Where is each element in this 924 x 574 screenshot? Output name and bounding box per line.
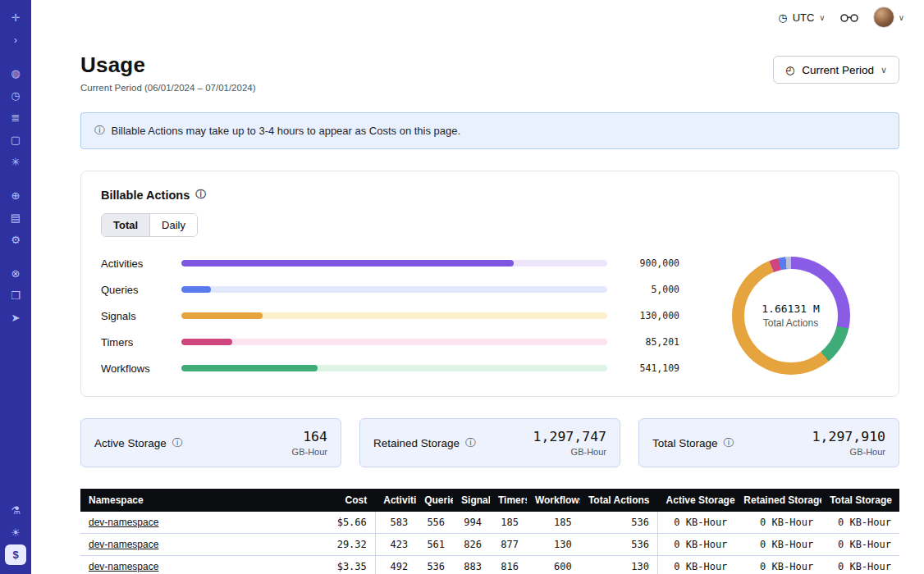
info-icon[interactable]: ⓘ: [465, 436, 476, 450]
main-area: ◷ UTC ∨ ∨ Usage Current Period (06/01/20…: [31, 0, 924, 574]
billing-panel-icon[interactable]: ▤: [5, 207, 26, 228]
bar-chart: Activities900,000Queries5,000Signals130,…: [101, 257, 679, 375]
theme-sun-icon[interactable]: ☀: [5, 522, 26, 543]
donut-total-label: Total Actions: [763, 317, 818, 329]
cell-queries: 556: [416, 512, 453, 534]
billable-actions-title: Billable Actions: [101, 189, 190, 202]
col-header-active-storage: Active Storage: [658, 489, 736, 512]
storage-label-text: Total Storage: [652, 437, 718, 449]
cell-total-storage: 0 KB-Hour: [821, 534, 899, 556]
timezone-selector[interactable]: ◷ UTC ∨: [778, 11, 825, 24]
bar-label: Workflows: [101, 362, 172, 375]
table-row: dev-namespace29.324235618268771305360 KB…: [80, 534, 899, 556]
col-header-workflows: Workflows: [527, 489, 580, 512]
cell-total-storage: 0 KB-Hour: [821, 512, 899, 534]
docs-icon[interactable]: ❒: [5, 285, 26, 306]
bar-fill: [181, 365, 318, 371]
chevron-down-icon: ∨: [819, 13, 825, 22]
tab-total[interactable]: Total: [102, 214, 149, 236]
table-header-row: NamespaceCostActivitiesQueriesSignalsTim…: [80, 489, 899, 512]
bar-label: Queries: [101, 284, 172, 296]
info-icon[interactable]: ⓘ: [724, 436, 734, 450]
info-icon[interactable]: ⓘ: [195, 188, 206, 202]
donut-chart: 1.66131 M Total Actions: [732, 257, 850, 375]
cell-timers: 816: [490, 556, 527, 574]
storage-card-value: 1,297,910GB-Hour: [812, 429, 885, 457]
deployments-icon[interactable]: ▢: [5, 130, 26, 150]
history-icon[interactable]: ◷: [5, 85, 26, 106]
bar-track: [181, 286, 607, 293]
storage-card-label: Total Storageⓘ: [652, 436, 734, 450]
glasses-icon[interactable]: [840, 12, 858, 22]
cell-retained-storage: 0 KB-Hour: [735, 512, 821, 534]
cell-total-actions: 536: [580, 534, 658, 556]
bar-value: 85,201: [617, 336, 679, 348]
integrations-icon[interactable]: ✳: [5, 152, 26, 172]
usage-dollar-icon[interactable]: $: [5, 544, 26, 565]
layers-icon[interactable]: ≣: [5, 107, 26, 128]
period-dropdown-button[interactable]: ◴ Current Period ∨: [773, 56, 899, 84]
table-row: dev-namespace$5.665835569941851855360 KB…: [80, 512, 899, 534]
namespace-link[interactable]: dev-namespace: [89, 561, 158, 572]
cell-timers: 877: [490, 534, 527, 556]
cell-queries: 561: [416, 534, 453, 556]
tab-daily[interactable]: Daily: [149, 214, 197, 236]
cell-active-storage: 0 KB-Hour: [658, 534, 736, 556]
settings-gear-icon[interactable]: ⚙: [5, 230, 26, 250]
bar-fill: [181, 339, 232, 345]
col-header-namespace: Namespace: [80, 489, 322, 512]
topbar: ◷ UTC ∨ ∨: [31, 0, 924, 34]
cell-signals: 994: [453, 512, 490, 534]
table-body: dev-namespace$5.665835569941851855360 KB…: [80, 512, 899, 574]
bar-fill: [181, 286, 211, 293]
temporal-logo-icon[interactable]: ✛: [5, 7, 26, 28]
sidebar-group: ◍◷≣▢✳: [5, 62, 26, 173]
banner-text: Billable Actions may take up to 3-4 hour…: [112, 125, 461, 137]
sidebar-group: ⊕▤⚙: [5, 184, 26, 251]
sidebar-groups: ✛›◍◷≣▢✳⊕▤⚙⊗❒➤: [5, 7, 26, 340]
bar-value: 130,000: [617, 310, 679, 321]
bar-track: [181, 260, 607, 266]
col-header-total-actions: Total Actions: [580, 489, 658, 512]
cell-workflows: 185: [527, 512, 580, 534]
cell-timers: 185: [490, 512, 527, 534]
col-header-signals: Signals: [453, 489, 490, 512]
bar-track: [181, 339, 607, 345]
bar-label: Timers: [101, 336, 172, 348]
namespace-link[interactable]: dev-namespace: [89, 539, 158, 550]
page-subtitle: Current Period (06/01/2024 – 07/01/2024): [80, 83, 256, 93]
collapse-chevron-icon[interactable]: ›: [5, 30, 26, 50]
donut-chart-wrap: 1.66131 M Total Actions: [702, 257, 879, 375]
regions-icon[interactable]: ⊕: [5, 185, 26, 206]
cell-cost: 29.32: [322, 534, 375, 556]
limits-icon[interactable]: ⊗: [5, 263, 26, 284]
cell-queries: 536: [416, 556, 453, 574]
bar-label: Activities: [101, 257, 172, 270]
namespaces-icon[interactable]: ◍: [5, 63, 26, 84]
bar-row-queries: Queries5,000: [101, 284, 679, 296]
storage-value-unit: GB-Hour: [812, 447, 885, 457]
bar-row-activities: Activities900,000: [101, 257, 679, 270]
storage-card-total-storage: Total Storageⓘ1,297,910GB-Hour: [638, 418, 899, 467]
cell-namespace: dev-namespace: [80, 512, 322, 534]
storage-value-number: 1,297,747: [533, 429, 606, 444]
bar-label: Signals: [101, 310, 172, 322]
storage-card-active-storage: Active Storageⓘ164GB-Hour: [80, 418, 341, 467]
cell-activities: 583: [375, 512, 416, 534]
info-icon[interactable]: ⓘ: [172, 436, 183, 450]
bar-fill: [181, 312, 263, 319]
bar-track: [181, 365, 607, 371]
bar-row-signals: Signals130,000: [101, 310, 679, 322]
cell-workflows: 130: [527, 534, 580, 556]
storage-value-unit: GB-Hour: [533, 447, 606, 457]
cell-active-storage: 0 KB-Hour: [658, 556, 736, 574]
user-menu[interactable]: ∨: [873, 7, 904, 28]
labs-flask-icon[interactable]: ⚗: [5, 500, 26, 521]
bar-row-timers: Timers85,201: [101, 336, 679, 348]
cell-total-actions: 536: [580, 512, 658, 534]
sidebar-group: ✛›: [5, 7, 26, 51]
chevron-down-icon: ∨: [899, 13, 904, 22]
getting-started-icon[interactable]: ➤: [5, 308, 26, 328]
donut-total-value: 1.66131 M: [762, 303, 819, 315]
namespace-link[interactable]: dev-namespace: [89, 517, 158, 528]
